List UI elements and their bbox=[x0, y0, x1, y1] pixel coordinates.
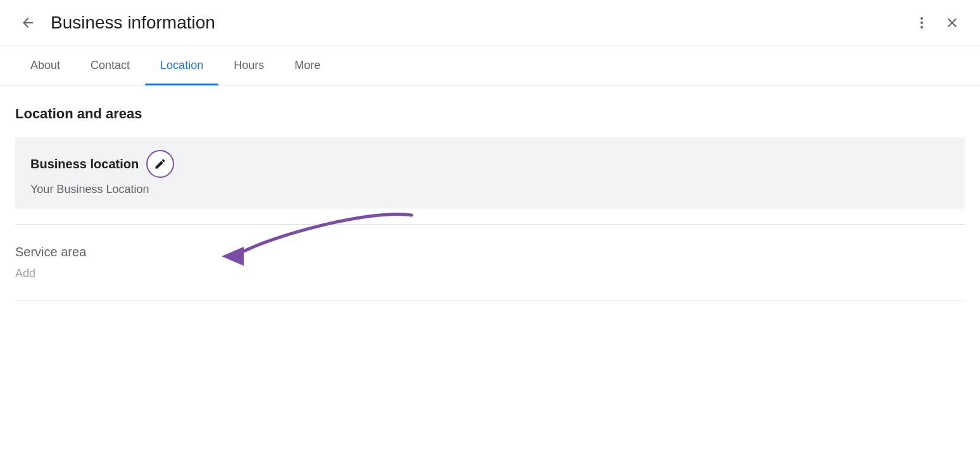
edit-business-location-button[interactable] bbox=[146, 150, 174, 178]
back-button[interactable] bbox=[15, 10, 41, 35]
add-service-area-link[interactable]: Add bbox=[15, 267, 965, 280]
main-content: Location and areas Business location You… bbox=[0, 85, 980, 321]
svg-point-2 bbox=[920, 26, 923, 28]
header-actions bbox=[909, 10, 965, 35]
tab-hours[interactable]: Hours bbox=[218, 46, 279, 85]
page-wrapper: Business information About Contact Locat… bbox=[0, 0, 980, 467]
business-location-row: Business location Your Business Location bbox=[15, 137, 965, 209]
location-label-row: Business location bbox=[30, 150, 950, 178]
more-options-button[interactable] bbox=[909, 10, 934, 35]
header: Business information bbox=[0, 0, 980, 46]
tab-contact[interactable]: Contact bbox=[75, 46, 145, 85]
tab-more[interactable]: More bbox=[279, 46, 336, 85]
tabs-bar: About Contact Location Hours More bbox=[0, 46, 980, 85]
tab-location[interactable]: Location bbox=[145, 46, 218, 85]
close-button[interactable] bbox=[939, 10, 965, 35]
section-title: Location and areas bbox=[15, 106, 965, 122]
more-icon bbox=[914, 15, 929, 30]
svg-point-1 bbox=[920, 22, 923, 24]
svg-point-0 bbox=[920, 17, 923, 20]
service-area-label: Service area bbox=[15, 245, 965, 259]
bottom-divider bbox=[15, 301, 965, 301]
section-divider bbox=[15, 224, 965, 225]
page-title: Business information bbox=[51, 13, 215, 33]
business-location-label: Business location bbox=[30, 157, 139, 171]
back-icon bbox=[20, 15, 35, 30]
service-area-section: Service area Add bbox=[15, 240, 965, 285]
header-left: Business information bbox=[15, 10, 909, 35]
close-icon bbox=[945, 15, 960, 30]
tab-about[interactable]: About bbox=[15, 46, 75, 85]
edit-pencil-icon bbox=[154, 158, 166, 170]
business-location-value: Your Business Location bbox=[30, 183, 950, 196]
